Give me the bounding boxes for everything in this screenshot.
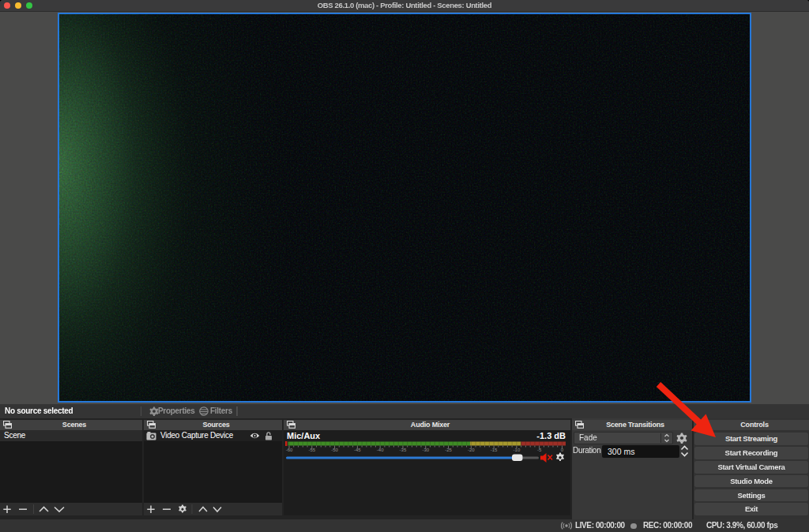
svg-text:Mic/Aux: Mic/Aux	[287, 431, 321, 440]
svg-text:-1.3 dB: -1.3 dB	[536, 431, 566, 440]
svg-text:-5: -5	[537, 448, 542, 452]
svg-text:-25: -25	[445, 448, 452, 452]
svg-text:-30: -30	[422, 448, 429, 452]
svg-text:-10: -10	[514, 448, 521, 452]
svg-text:-20: -20	[468, 448, 475, 452]
svg-text:-35: -35	[400, 448, 407, 452]
svg-text:-15: -15	[491, 448, 498, 452]
svg-text:-40: -40	[377, 448, 384, 452]
svg-text:-55: -55	[308, 448, 315, 452]
svg-text:0: 0	[561, 448, 564, 452]
svg-text:-45: -45	[354, 448, 361, 452]
svg-text:-50: -50	[331, 448, 338, 452]
svg-text:-60: -60	[286, 448, 293, 452]
